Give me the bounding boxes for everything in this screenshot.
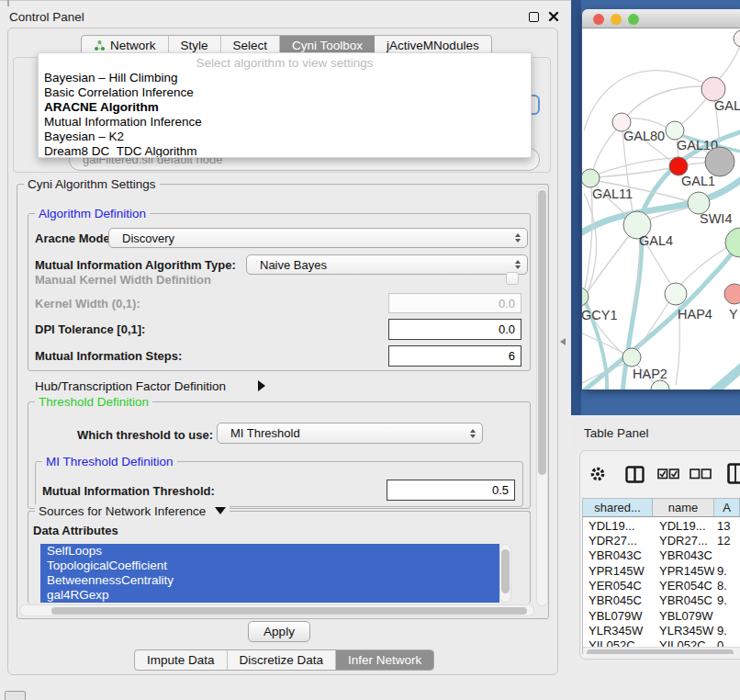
restore-icon[interactable]	[529, 12, 539, 22]
algorithm-option-bayesian-hill-climbing[interactable]: Bayesian – Hill Climbing	[39, 71, 531, 85]
close-icon[interactable]	[548, 11, 559, 22]
network-edge[interactable]	[582, 176, 740, 237]
network-node-gray-hub[interactable]	[705, 147, 734, 176]
hub-definition-label[interactable]: Hub/Transcription Factor Definition	[35, 379, 226, 393]
mi-threshold-value: 0.5	[492, 483, 509, 497]
network-edge[interactable]	[592, 127, 619, 173]
dpi-tolerance-field[interactable]: 0.0	[388, 319, 521, 340]
network-window-titlebar[interactable]	[582, 9, 740, 28]
unchecked-columns-icon[interactable]	[690, 469, 712, 480]
mi-threshold-label: Mutual Information Threshold:	[42, 484, 215, 498]
table-cell: YBL079W	[653, 609, 714, 623]
table-row[interactable]: YDR27...YDR27...12	[583, 533, 740, 548]
network-canvas[interactable]: GALGAL80GAL10GAL1GAL11SWI4GAL4GCY1HAP4YH…	[582, 28, 740, 390]
table-row[interactable]: YBR045CYBR045C9.	[583, 593, 740, 608]
split-columns-icon[interactable]	[625, 466, 645, 483]
table-cell: YER054C	[583, 579, 653, 593]
minimize-traffic-light[interactable]	[611, 14, 622, 25]
network-edge[interactable]	[680, 96, 709, 125]
desktop-shadow	[571, 0, 581, 415]
tab-cyni-toolbox-label: Cyni Toolbox	[292, 39, 363, 52]
float-panel-icon[interactable]	[5, 691, 26, 700]
table-hscrollbar-track[interactable]	[583, 647, 740, 654]
sources-group-title: Sources for Network Inference	[35, 504, 230, 518]
network-node-bottom[interactable]	[651, 380, 669, 390]
network-node-y-cut[interactable]	[724, 284, 740, 304]
sources-collapse-icon[interactable]	[215, 507, 226, 514]
table-hscrollbar-thumb[interactable]	[587, 649, 734, 654]
network-node-label-gal80: GAL80	[623, 129, 665, 143]
algorithm-option-mutual-information-inference[interactable]: Mutual Information Inference	[39, 115, 531, 130]
tab-discretize-data[interactable]: Discretize Data	[228, 650, 337, 670]
table-row[interactable]: YBL079WYBL079W	[583, 608, 740, 623]
network-node-hap2[interactable]	[622, 348, 641, 367]
network-edge[interactable]	[588, 236, 629, 292]
network-edge[interactable]	[597, 157, 706, 175]
data-attributes-list[interactable]: SelfLoopsTopologicalCoefficientBetweenne…	[40, 544, 499, 603]
settings-vscrollbar-thumb[interactable]	[538, 190, 546, 475]
table-row[interactable]: YDL19...YDL19...13	[583, 518, 740, 533]
zoom-traffic-light[interactable]	[628, 14, 639, 25]
network-node-label-hap2: HAP2	[633, 367, 667, 381]
table-cell: YDL19...	[653, 519, 714, 533]
gear-icon[interactable]	[589, 465, 606, 483]
table-row[interactable]: YPR145WYPR145W9.	[583, 563, 740, 578]
table-header-row: shared...nameA	[583, 499, 740, 517]
network-edge[interactable]	[703, 363, 740, 390]
settings-hscrollbar-thumb[interactable]	[51, 607, 527, 615]
attribute-item-betweennesscentrality[interactable]: BetweennessCentrality	[40, 573, 499, 588]
attributes-scrollbar-thumb[interactable]	[501, 549, 510, 593]
manual-kernel-checkbox[interactable]	[506, 272, 519, 285]
mi-threshold-field[interactable]: 0.5	[387, 480, 515, 501]
table-row[interactable]: YIL052CYIL052C0.	[583, 638, 740, 647]
table-cell: 13	[714, 519, 740, 533]
column-header-name[interactable]: name	[653, 499, 714, 516]
tab-impute-data[interactable]: Impute Data	[135, 650, 228, 670]
tab-infer-network[interactable]: Infer Network	[336, 650, 433, 670]
mi-type-select[interactable]: Naive Bayes	[246, 254, 528, 275]
network-node-label-gal4: GAL4	[639, 233, 673, 248]
network-edge[interactable]	[716, 46, 740, 83]
titlebar-notch	[7, 0, 9, 6]
table-row[interactable]: YER054CYER054C8.	[583, 578, 740, 593]
network-node-hap4[interactable]	[665, 283, 687, 305]
kernel-width-field[interactable]: 0.0	[388, 293, 521, 313]
close-traffic-light[interactable]	[593, 14, 604, 25]
network-edge[interactable]	[598, 168, 671, 177]
column-header-shared[interactable]: shared...	[583, 499, 653, 516]
network-edge[interactable]	[626, 119, 667, 128]
panel-divider-collapse-icon[interactable]	[560, 338, 566, 345]
attribute-item-selfloops[interactable]: SelfLoops	[40, 544, 499, 559]
network-node-gal11[interactable]	[582, 169, 600, 187]
algorithm-definition-title: Algorithm Definition	[35, 207, 150, 220]
node-attribute-table[interactable]: shared...nameA YDL19...YDL19...13YDR27..…	[582, 498, 740, 654]
partial-table-icon[interactable]	[727, 463, 740, 484]
network-node-right-green[interactable]	[725, 228, 740, 257]
network-node-gal1[interactable]	[669, 157, 688, 175]
mi-steps-field[interactable]: 6	[388, 345, 521, 367]
column-header-a[interactable]: A	[714, 499, 740, 516]
attribute-item-topologicalcoefficient[interactable]: TopologicalCoefficient	[40, 559, 499, 573]
apply-button[interactable]: Apply	[248, 621, 310, 642]
table-row[interactable]: YBR043CYBR043C	[583, 548, 740, 563]
which-threshold-select[interactable]: MI Threshold	[217, 423, 483, 444]
checked-columns-icon[interactable]	[657, 469, 679, 480]
network-node-edge-top[interactable]	[734, 30, 740, 47]
network-node-gal10[interactable]	[666, 121, 684, 140]
algorithm-option-basic-correlation-inference[interactable]: Basic Correlation Inference	[39, 85, 531, 100]
table-cell: 9.	[714, 564, 740, 578]
network-edge[interactable]	[627, 86, 706, 116]
aracne-mode-select[interactable]: Discovery	[108, 228, 528, 248]
hub-expand-icon[interactable]	[258, 380, 265, 391]
network-edge[interactable]	[687, 163, 707, 164]
dpi-tolerance-value: 0.0	[499, 322, 515, 336]
table-row[interactable]: YLR345WYLR345W9.	[583, 623, 740, 638]
algorithm-option-aracne-algorithm[interactable]: ARACNE Algorithm	[39, 100, 531, 115]
algorithm-option-dream8-dc-tdc-algorithm[interactable]: Dream8 DC_TDC Algorithm	[39, 144, 531, 158]
table-cell: YER054C	[653, 579, 714, 593]
cyni-settings-group-title: Cyni Algorithm Settings	[24, 177, 160, 191]
attribute-item-gal4rgexp[interactable]: gal4RGexp	[40, 588, 499, 603]
algorithm-option-bayesian-k2[interactable]: Bayesian – K2	[39, 130, 531, 144]
table-cell: YPR145W	[653, 564, 714, 578]
table-cell: 9.	[714, 593, 740, 607]
